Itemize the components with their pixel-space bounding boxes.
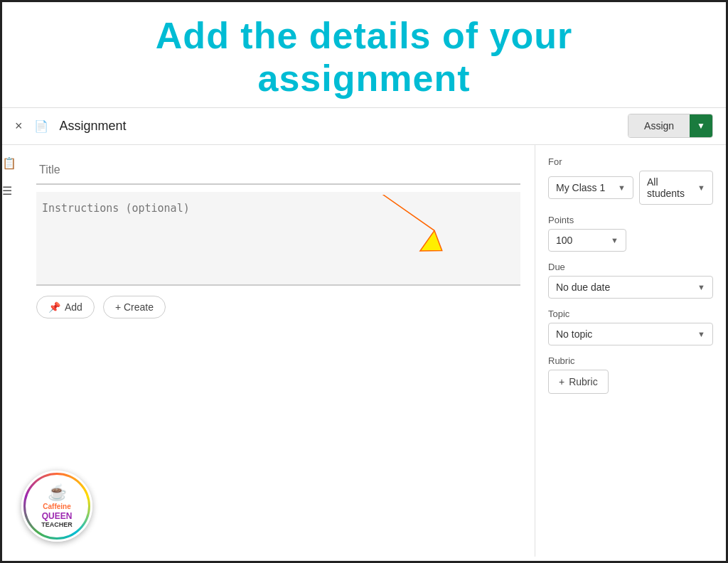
due-label: Due: [548, 262, 713, 272]
rubric-label: Rubric: [548, 355, 713, 366]
add-button[interactable]: 📌 Add: [36, 296, 95, 318]
points-value: 100: [556, 235, 572, 246]
rubric-button[interactable]: + Rubric: [548, 370, 609, 394]
assign-button-group[interactable]: Assign ▼: [628, 114, 713, 138]
create-label: + Create: [115, 301, 154, 313]
form-section: 📌 Add + Create: [16, 156, 520, 318]
logo-text: Caffeine QUEEN TEACHER: [41, 503, 73, 529]
close-button[interactable]: ×: [15, 119, 23, 134]
topic-label: Topic: [548, 309, 713, 319]
points-label: Points: [548, 215, 713, 225]
points-chevron-icon: ▼: [611, 236, 619, 245]
top-bar-left: × 📄 Assignment: [15, 119, 127, 134]
top-bar: × 📄 Assignment Assign ▼: [2, 108, 726, 145]
due-section: Due No due date ▼: [548, 262, 713, 299]
topic-chevron-icon: ▼: [697, 330, 705, 338]
for-select-row: My Class 1 ▼ All students ▼: [548, 171, 713, 205]
due-value: No due date: [556, 282, 610, 293]
svg-marker-5: [344, 195, 449, 261]
due-chevron-icon: ▼: [697, 283, 705, 291]
add-label: Add: [65, 301, 82, 313]
cup-icon: ☕: [48, 483, 67, 502]
class-value: My Class 1: [556, 182, 605, 193]
class-chevron-icon: ▼: [618, 183, 626, 192]
align-icon: ☰: [2, 184, 16, 198]
body-layout: 📋 ☰: [2, 145, 726, 557]
title-field-wrap: [36, 156, 520, 185]
create-button[interactable]: + Create: [103, 296, 166, 318]
for-section: For My Class 1 ▼ All students ▼: [548, 156, 713, 205]
page-type-label: Assignment: [60, 119, 127, 134]
action-buttons: 📌 Add + Create: [36, 296, 520, 318]
for-label: For: [548, 156, 713, 167]
header-section: Add the details of your assignment: [2, 2, 726, 107]
points-select[interactable]: 100 ▼: [548, 229, 626, 252]
class-select[interactable]: My Class 1 ▼: [548, 176, 633, 199]
topic-section: Topic No topic ▼: [548, 309, 713, 345]
plus-icon: +: [559, 376, 564, 387]
students-select[interactable]: All students ▼: [639, 171, 713, 205]
topic-select[interactable]: No topic ▼: [548, 323, 713, 345]
students-value: All students: [647, 176, 693, 199]
logo-badge: ☕ Caffeine QUEEN TEACHER: [21, 471, 92, 542]
chevron-down-icon: ▼: [697, 121, 705, 131]
topic-value: No topic: [556, 328, 592, 340]
assign-dropdown-button[interactable]: ▼: [690, 114, 712, 137]
right-panel: For My Class 1 ▼ All students ▼ Points 1…: [535, 145, 726, 557]
paperclip-icon: 📌: [48, 301, 60, 313]
main-wrapper: × 📄 Assignment Assign ▼ 📋: [2, 107, 726, 557]
rubric-section: Rubric + Rubric: [548, 355, 713, 394]
due-select[interactable]: No due date ▼: [548, 276, 713, 299]
assign-button[interactable]: Assign: [628, 114, 690, 137]
logo-inner: ☕ Caffeine QUEEN TEACHER: [26, 475, 88, 537]
students-chevron-icon: ▼: [697, 183, 705, 192]
document-icon: 📄: [34, 119, 48, 133]
title-input[interactable]: [39, 163, 518, 176]
right-arrow-annotation: [329, 195, 471, 280]
clipboard-icon: 📋: [2, 156, 16, 170]
rubric-btn-label: Rubric: [569, 376, 597, 387]
page-title: Add the details of your assignment: [16, 15, 712, 100]
points-section: Points 100 ▼: [548, 215, 713, 252]
